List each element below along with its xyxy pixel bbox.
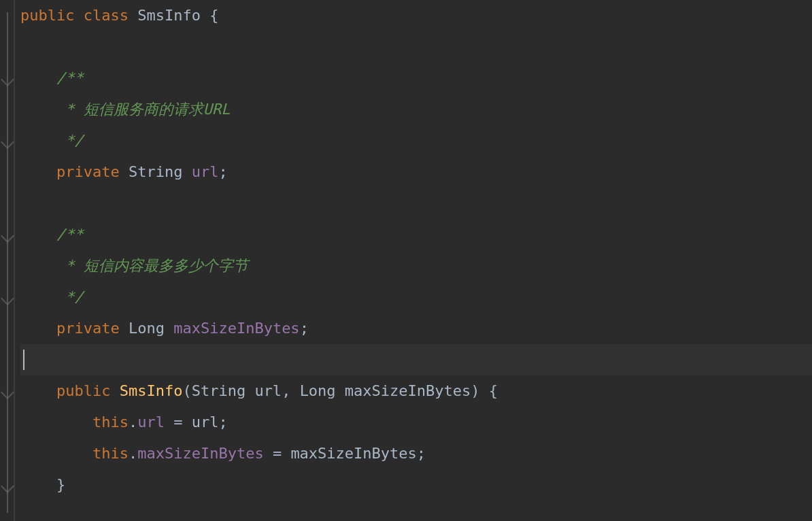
code-token: private: [56, 320, 129, 337]
code-line[interactable]: /**: [20, 63, 812, 94]
code-token: private: [56, 163, 129, 180]
code-token: Long maxSizeInBytes: [300, 382, 471, 399]
code-editor[interactable]: public class SmsInfo { /** * 短信服务商的请求URL…: [0, 0, 812, 521]
text-caret: [23, 350, 24, 370]
code-line[interactable]: * 短信内容最多多少个字节: [20, 250, 812, 282]
code-line[interactable]: [20, 31, 812, 63]
code-token: * 短信服务商的请求URL: [56, 101, 230, 118]
code-line[interactable]: }: [20, 469, 812, 501]
code-line[interactable]: [20, 344, 812, 375]
code-token: ;: [300, 320, 309, 337]
code-token: ;: [417, 445, 426, 462]
code-line[interactable]: this.url = url;: [20, 407, 812, 438]
fold-toggle-icon[interactable]: [1, 292, 14, 305]
code-token: this: [92, 445, 129, 462]
code-line[interactable]: /**: [20, 219, 812, 250]
fold-toggle-icon[interactable]: [1, 229, 14, 243]
code-line[interactable]: public SmsInfo(String url, Long maxSizeI…: [20, 375, 812, 407]
code-area[interactable]: public class SmsInfo { /** * 短信服务商的请求URL…: [15, 0, 812, 521]
code-token: this: [92, 414, 129, 431]
fold-toggle-icon[interactable]: [1, 135, 14, 149]
code-token: url: [192, 163, 219, 180]
editor-gutter[interactable]: [0, 0, 15, 521]
code-line[interactable]: this.maxSizeInBytes = maxSizeInBytes;: [20, 438, 812, 469]
code-line[interactable]: private String url;: [20, 156, 812, 188]
code-token: * 短信内容最多多少个字节: [56, 257, 248, 274]
code-token: public: [56, 382, 120, 399]
code-token: ) {: [471, 382, 498, 399]
code-token: /**: [56, 226, 84, 243]
code-token: String: [129, 163, 192, 180]
code-token: = maxSizeInBytes: [264, 445, 417, 462]
fold-toggle-icon[interactable]: [1, 386, 14, 399]
code-token: ;: [218, 163, 227, 180]
code-token: ,: [282, 382, 300, 399]
code-line[interactable]: */: [20, 125, 812, 156]
code-token: maxSizeInBytes: [137, 445, 263, 462]
code-token: SmsInfo: [137, 7, 209, 24]
code-token: /**: [56, 69, 84, 86]
code-token: }: [56, 476, 65, 493]
code-line[interactable]: * 短信服务商的请求URL: [20, 94, 812, 125]
code-token: = url: [165, 414, 218, 431]
code-line[interactable]: public class SmsInfo {: [20, 0, 812, 31]
code-token: url: [137, 414, 165, 431]
code-token: */: [56, 132, 84, 149]
code-token: maxSizeInBytes: [173, 320, 299, 337]
fold-toggle-icon[interactable]: [1, 73, 14, 86]
code-line[interactable]: private Long maxSizeInBytes;: [20, 313, 812, 344]
code-token: .: [129, 414, 137, 431]
code-token: .: [129, 445, 137, 462]
structure-guide: [7, 12, 8, 513]
code-line[interactable]: [20, 188, 812, 219]
code-line[interactable]: */: [20, 282, 812, 313]
code-token: Long: [129, 320, 173, 337]
code-token: public class: [20, 7, 137, 24]
code-token: ;: [218, 414, 227, 431]
code-token: {: [209, 7, 218, 24]
fold-toggle-icon[interactable]: [1, 480, 14, 493]
code-token: (String url: [182, 382, 282, 399]
code-token: SmsInfo: [120, 382, 183, 399]
code-token: */: [56, 288, 84, 305]
